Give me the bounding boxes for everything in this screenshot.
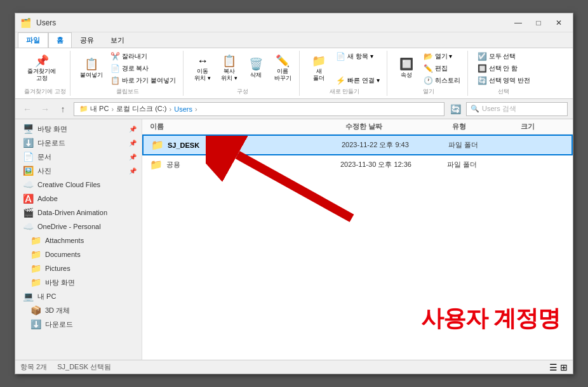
sidebar-item-downloads[interactable]: ⬇️ 다운로드 📌 bbox=[15, 136, 142, 150]
col-size[interactable]: 크기 bbox=[521, 122, 571, 131]
file-label-folder2: 공용 bbox=[166, 160, 180, 169]
view-grid-button[interactable]: ⊞ bbox=[560, 362, 568, 372]
paste-label: 붙여넣기 bbox=[80, 71, 103, 79]
history-icon: 🕐 bbox=[424, 76, 433, 85]
ribbon-group-organize: ↔️ 이동위치 ▾ 📋 복사위치 ▾ 🗑️ 삭제 ✏️ 이름바꾸기 bbox=[186, 51, 300, 96]
select-all-button[interactable]: ☑️ 모두 선택 bbox=[474, 51, 534, 62]
file-name-sj-desk: 📁 SJ_DESK bbox=[151, 139, 337, 151]
pin-button[interactable]: 📌 즐겨찾기에고정 bbox=[24, 51, 59, 86]
rename-button[interactable]: ✏️ 이름바꾸기 bbox=[270, 51, 295, 86]
sidebar-item-documents2[interactable]: 📁 Documents bbox=[15, 247, 142, 261]
open-icon: 📂 bbox=[424, 52, 433, 61]
open-button[interactable]: 📂 열기 ▾ bbox=[420, 51, 464, 62]
sidebar-item-documents[interactable]: 📄 문서 📌 bbox=[15, 150, 142, 164]
documents-icon: 📄 bbox=[23, 152, 34, 162]
sidebar-item-attachments[interactable]: 📁 Attachments bbox=[15, 233, 142, 247]
sidebar-label-3d: 3D 개체 bbox=[45, 306, 70, 315]
view-list-button[interactable]: ☰ bbox=[549, 362, 558, 372]
tab-home[interactable]: 홈 bbox=[48, 32, 72, 48]
table-row[interactable]: 📁 공용 2023-11-30 오후 12:36 파일 폴더 bbox=[142, 155, 573, 174]
minimize-button[interactable]: — bbox=[509, 16, 527, 29]
close-button[interactable]: ✕ bbox=[550, 16, 568, 29]
sidebar-item-onedrive[interactable]: ☁️ OneDrive - Personal bbox=[15, 220, 142, 233]
back-button[interactable]: ← bbox=[20, 102, 34, 116]
address-path[interactable]: 📁 내 PC › 로컬 디스크 (C:) › Users › bbox=[74, 102, 444, 116]
sidebar-label-onedrive: OneDrive - Personal bbox=[37, 223, 101, 230]
search-box[interactable]: 🔍 Users 검색 bbox=[466, 102, 568, 116]
new-folder-label: 새폴더 bbox=[313, 68, 324, 82]
sidebar-item-pictures[interactable]: 🖼️ 사진 📌 bbox=[15, 164, 142, 178]
sidebar-item-data-driven[interactable]: 🎬 Data-Driven Animation bbox=[15, 206, 142, 220]
desktop2-icon: 📁 bbox=[30, 277, 41, 287]
file-name-folder2: 📁 공용 bbox=[150, 159, 335, 171]
sidebar-item-desktop2[interactable]: 📁 바탕 화면 bbox=[15, 275, 142, 289]
move-button[interactable]: ↔️ 이동위치 ▾ bbox=[190, 51, 215, 86]
sidebar-label-adobe: Adobe bbox=[37, 195, 58, 202]
sidebar-item-mypc[interactable]: 💻 내 PC bbox=[15, 289, 142, 303]
sidebar-label-documents: 문서 bbox=[37, 152, 51, 162]
search-placeholder: Users 검색 bbox=[482, 104, 516, 114]
col-type[interactable]: 유형 bbox=[452, 122, 516, 131]
cut-label: 잘라내기 bbox=[122, 52, 147, 61]
paste-shortcut-button[interactable]: 📋 바로 가기 붙여넣기 bbox=[107, 75, 180, 86]
mypc-icon: 💻 bbox=[23, 291, 34, 301]
select-none-button[interactable]: 🔲 선택 안 함 bbox=[474, 63, 534, 74]
col-name[interactable]: 이름 bbox=[150, 122, 340, 131]
sidebar-item-desktop[interactable]: 🖥️ 바탕 화면 📌 bbox=[15, 122, 142, 136]
desktop-icon: 🖥️ bbox=[23, 124, 34, 134]
paste-shortcut-icon: 📋 bbox=[110, 76, 120, 85]
group-label-clipboard: 클립보드 bbox=[77, 88, 180, 96]
edit-icon: ✏️ bbox=[424, 64, 433, 73]
file-content: 이름 수정한 날짜 유형 크기 📁 SJ_DESK 2023-11-22 오후 … bbox=[142, 119, 573, 360]
titlebar-icons: 🗂️ bbox=[20, 18, 31, 28]
sidebar-item-adobe[interactable]: 🅰️ Adobe bbox=[15, 192, 142, 206]
pin-icon: 📌 bbox=[35, 55, 49, 67]
sidebar-item-pictures2[interactable]: 📁 Pictures bbox=[15, 261, 142, 275]
sidebar-label-creative-cloud: Creative Cloud Files bbox=[37, 181, 100, 188]
sidebar-item-creative-cloud[interactable]: ☁️ Creative Cloud Files bbox=[15, 178, 142, 192]
up-button[interactable]: ↑ bbox=[56, 102, 70, 116]
window-title: Users bbox=[36, 18, 509, 27]
quick-access-button[interactable]: ⚡ 빠른 연결 ▾ bbox=[333, 75, 383, 86]
tab-file[interactable]: 파일 bbox=[18, 32, 48, 48]
window-controls: — □ ✕ bbox=[509, 16, 568, 29]
downloads2-icon: ⬇️ bbox=[30, 319, 41, 329]
new-folder-icon: 📁 bbox=[312, 55, 326, 67]
search-icon: 🔍 bbox=[471, 105, 479, 113]
group-label-open: 열기 bbox=[394, 88, 464, 96]
history-button[interactable]: 🕐 히스토리 bbox=[420, 75, 464, 86]
invert-selection-label: 선택 영역 반전 bbox=[489, 76, 531, 85]
sidebar-label-desktop2: 바탕 화면 bbox=[45, 278, 75, 287]
properties-button[interactable]: 🔲 속성 bbox=[394, 51, 419, 86]
delete-button[interactable]: 🗑️ 삭제 bbox=[243, 51, 269, 86]
pictures2-icon: 📁 bbox=[30, 263, 41, 273]
edit-button[interactable]: ✏️ 편집 bbox=[420, 63, 464, 74]
sidebar-item-3d[interactable]: 📦 3D 개체 bbox=[15, 303, 142, 317]
select-all-label: 모두 선택 bbox=[489, 52, 516, 61]
copy-button[interactable]: 📋 복사위치 ▾ bbox=[217, 51, 242, 86]
table-row[interactable]: 📁 SJ_DESK 2023-11-22 오후 9:43 파일 폴더 bbox=[142, 134, 573, 155]
delete-label: 삭제 bbox=[250, 71, 262, 79]
ribbon: 파일 홈 공유 보기 📌 즐겨찾기에고정 즐겨찾기에 고정 � bbox=[15, 32, 573, 99]
tab-view[interactable]: 보기 bbox=[102, 32, 133, 48]
new-item-button[interactable]: 📄 새 항목 ▾ bbox=[333, 51, 383, 62]
file-type-folder2: 파일 폴더 bbox=[447, 160, 511, 169]
sidebar-label-pictures: 사진 bbox=[37, 166, 51, 176]
tab-share[interactable]: 공유 bbox=[72, 32, 102, 48]
copy-path-label: 경로 복사 bbox=[122, 64, 149, 73]
col-date[interactable]: 수정한 날짜 bbox=[345, 122, 447, 131]
move-label: 이동위치 ▾ bbox=[194, 68, 211, 82]
copy-icon: 📋 bbox=[222, 55, 236, 67]
paste-button[interactable]: 📋 붙여넣기 bbox=[77, 51, 106, 86]
copy-path-button[interactable]: 📄 경로 복사 bbox=[107, 63, 180, 74]
forward-button[interactable]: → bbox=[38, 102, 52, 116]
file-date-sj-desk: 2023-11-22 오후 9:43 bbox=[342, 140, 443, 150]
cut-button[interactable]: ✂️ 잘라내기 bbox=[107, 51, 180, 62]
sidebar-item-downloads2[interactable]: ⬇️ 다운로드 bbox=[15, 317, 142, 331]
copy-label: 복사위치 ▾ bbox=[221, 68, 237, 82]
properties-label: 속성 bbox=[401, 71, 412, 79]
maximize-button[interactable]: □ bbox=[530, 16, 547, 29]
refresh-button[interactable]: 🔄 bbox=[448, 102, 462, 116]
new-folder-button[interactable]: 📁 새폴더 bbox=[306, 51, 331, 86]
invert-selection-button[interactable]: 🔄 선택 영역 반전 bbox=[474, 75, 534, 86]
